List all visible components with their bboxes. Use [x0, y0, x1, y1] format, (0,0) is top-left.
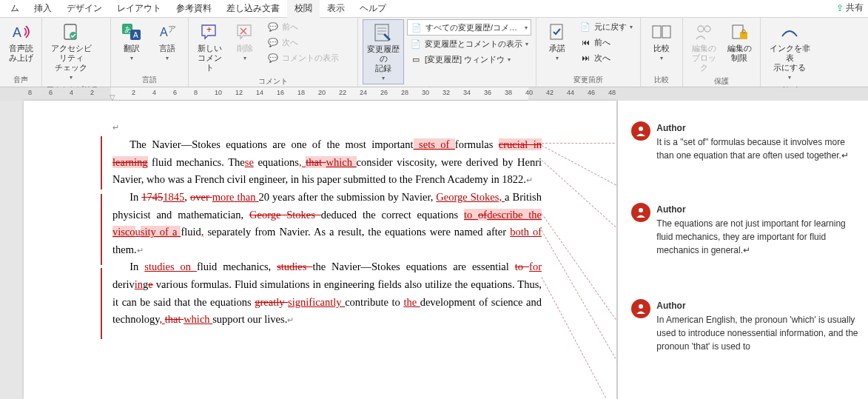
hide-ink-button[interactable]: インクを非表 示にする ▾: [765, 19, 814, 83]
svg-point-24: [639, 127, 643, 131]
tab-references[interactable]: 参考資料: [169, 0, 219, 18]
hide-ink-label: インクを非表 示にする: [767, 44, 813, 73]
prev-comment-icon: 💬: [267, 21, 279, 33]
paragraph-2[interactable]: In 17451845, over more than 20 years aft…: [112, 189, 542, 259]
restrict-editing-icon: [729, 21, 750, 42]
insertion: both of: [510, 226, 542, 238]
display-mode-icon: 📄: [411, 21, 423, 33]
new-comment-button[interactable]: + 新しい コメント: [193, 19, 226, 75]
accept-label: 承諾: [549, 44, 565, 53]
show-comments-button[interactable]: 💬コメントの表示: [264, 50, 353, 65]
tab-view[interactable]: 表示: [320, 0, 352, 18]
compare-icon: [651, 21, 672, 42]
change-bar: [101, 268, 102, 339]
svg-text:A: A: [160, 26, 168, 38]
comment-3[interactable]: AuthorIn American English, the pronoun '…: [631, 299, 861, 353]
group-comments: + 新しい コメント 削除 ▾ 💬前へ 💬次へ 💬コメントの表示 コメント: [189, 18, 358, 87]
track-changes-icon: [373, 22, 394, 43]
chevron-down-icon: ▾: [243, 55, 246, 61]
chevron-down-icon: ▾: [166, 55, 169, 61]
share-label: 共有: [846, 1, 864, 14]
insertion: the: [403, 296, 420, 308]
deletion: greatly: [255, 296, 288, 308]
next-change-button[interactable]: ⏭次へ: [576, 50, 636, 65]
svg-point-26: [639, 304, 643, 309]
restrict-editing-button[interactable]: 編集の 制限: [723, 19, 756, 65]
document-area: ↵ The Navier—Stokes equations are one of…: [0, 101, 868, 399]
tab-mailings[interactable]: 差し込み文書: [219, 0, 287, 18]
reject-icon: 📄: [579, 21, 591, 33]
compare-button[interactable]: 比較 ▾: [645, 19, 678, 64]
insertion: for: [529, 261, 542, 272]
svg-text:A: A: [13, 25, 21, 40]
group-changes-label: 変更箇所: [541, 73, 636, 87]
track-changes-button[interactable]: 変更履歴の 記録 ▾: [363, 19, 404, 84]
person-icon: [636, 304, 646, 314]
change-bar: [101, 194, 102, 265]
accessibility-label: アクセシビリティ チェック: [48, 44, 94, 73]
document-body[interactable]: The Navier—Stokes equations are one of t…: [112, 136, 542, 329]
compare-label: 比較: [653, 44, 670, 53]
paragraph-1[interactable]: The Navier—Stokes equations are one of t…: [112, 136, 542, 189]
translate-button[interactable]: あA 翻訳 ▾: [115, 19, 148, 64]
reviewing-pane-button[interactable]: ▭[変更履歴] ウィンドウ▾: [407, 52, 531, 67]
group-changes: 承諾 ▾ 📄元に戻す▾ ⏮前へ ⏭次へ 変更箇所: [536, 18, 641, 87]
group-protect: 編集の ブロック 編集の 制限 保護: [683, 18, 761, 87]
chevron-down-icon: ▾: [382, 75, 385, 81]
comment-1[interactable]: AuthorIt is a "set of" formulas because …: [631, 121, 861, 162]
prev-change-button[interactable]: ⏮前へ: [576, 35, 636, 50]
comment-avatar: [631, 121, 650, 141]
comment-2[interactable]: AuthorThe equations are not just importa…: [631, 203, 861, 257]
change-bar: [101, 136, 102, 190]
accept-button[interactable]: 承諾 ▾: [541, 19, 573, 64]
reviewing-pane-icon: ▭: [410, 53, 422, 65]
translate-label: 翻訳: [124, 44, 140, 53]
show-markup-button[interactable]: 📄変更履歴とコメントの表示▾: [407, 36, 531, 51]
prev-comment-button[interactable]: 💬前へ: [264, 19, 353, 34]
svg-point-20: [704, 26, 710, 32]
share-icon: ⇪: [836, 3, 844, 13]
insertion: significantly: [288, 296, 345, 308]
accept-icon: [547, 21, 568, 42]
group-accessibility: アクセシビリティ チェック ▾ アクセシビリティ: [42, 18, 111, 87]
share-button[interactable]: ⇪ 共有: [836, 1, 864, 14]
block-authors-button[interactable]: 編集の ブロック: [687, 19, 720, 75]
display-mode-dropdown[interactable]: 📄すべての変更履歴/コメ…▾: [407, 19, 531, 36]
prev-change-icon: ⏮: [579, 36, 591, 48]
comment-connector: [542, 160, 625, 235]
block-authors-icon: [693, 21, 714, 42]
group-comments-label: コメント: [193, 75, 353, 88]
person-icon: [636, 207, 646, 218]
group-voice: A 音声読 み上げ 音声: [0, 18, 42, 87]
accessibility-check-button[interactable]: アクセシビリティ チェック ▾: [47, 19, 95, 83]
accessibility-icon: [61, 21, 81, 42]
ribbon: A 音声読 み上げ 音声 アクセシビリティ チェック ▾ アクセシビリティ あA…: [0, 18, 868, 87]
delete-comment-icon: [235, 21, 255, 42]
comment-author: Author: [656, 121, 861, 135]
tab-design[interactable]: デザイン: [59, 0, 110, 18]
new-comment-label: 新しい コメント: [195, 44, 224, 73]
language-label: 言語: [159, 44, 175, 53]
comment-connector: [542, 213, 619, 323]
svg-text:A: A: [133, 31, 138, 39]
comment-connector: [542, 230, 624, 372]
comments-pane[interactable]: AuthorIt is a "set of" formulas because …: [616, 101, 868, 399]
tab-home-partial[interactable]: ム: [3, 0, 27, 18]
horizontal-ruler[interactable]: 8 6 4 2 2 4 6 8 10 12 14 16 18 20 22 24 …: [0, 87, 868, 101]
next-comment-button[interactable]: 💬次へ: [264, 35, 353, 50]
tab-review[interactable]: 校閲: [287, 0, 320, 18]
tab-layout[interactable]: レイアウト: [110, 0, 169, 18]
reject-button[interactable]: 📄元に戻す▾: [576, 19, 636, 34]
group-voice-label: 音声: [4, 73, 37, 87]
tab-insert[interactable]: 挿入: [27, 0, 59, 18]
paragraph-3[interactable]: In studies on fluid mechanics, studies t…: [112, 258, 542, 329]
tab-help[interactable]: ヘルプ: [352, 0, 394, 18]
insertion: more than: [212, 191, 259, 203]
next-comment-icon: 💬: [267, 36, 279, 48]
delete-comment-button[interactable]: 削除 ▾: [229, 19, 261, 64]
chevron-down-icon: ▾: [556, 55, 559, 61]
document-page[interactable]: ↵ The Navier—Stokes equations are one of…: [24, 101, 616, 399]
deletion: that: [165, 313, 184, 325]
language-button[interactable]: Aア 言語 ▾: [151, 19, 184, 64]
read-aloud-button[interactable]: A 音声読 み上げ: [4, 19, 37, 65]
